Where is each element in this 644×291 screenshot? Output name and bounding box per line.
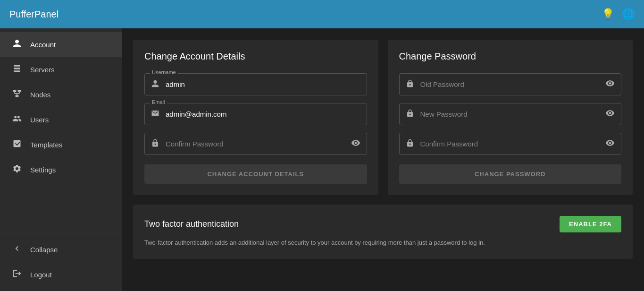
two-factor-card: Two factor authentication ENABLE 2FA Two… <box>133 205 633 259</box>
sidebar-item-templates-label: Templates <box>30 141 62 149</box>
password-fields: CHANGE PASSWORD <box>399 73 622 184</box>
sidebar-bottom: Collapse Logout <box>0 233 122 291</box>
app-title: PufferPanel <box>9 9 59 20</box>
two-factor-header: Two factor authentication ENABLE 2FA <box>144 216 621 232</box>
email-icon <box>151 109 159 120</box>
username-field-wrapper: Username <box>144 73 367 95</box>
collapse-icon <box>11 244 23 256</box>
servers-icon <box>11 64 23 76</box>
svg-rect-0 <box>13 90 17 92</box>
old-password-wrapper <box>399 73 622 95</box>
password-confirm-lock-icon <box>406 139 414 149</box>
change-account-button[interactable]: CHANGE ACCOUNT DETAILS <box>144 164 367 184</box>
new-password-input[interactable] <box>399 103 622 125</box>
change-account-card: Change Account Details Username Email <box>133 40 378 195</box>
person-icon <box>11 39 23 51</box>
password-confirm-eye-icon[interactable] <box>605 138 615 150</box>
layout: Account Servers Nodes Users <box>0 28 644 291</box>
sidebar-item-account-label: Account <box>30 41 56 49</box>
main-content: Change Account Details Username Email <box>122 28 644 291</box>
enable-2fa-button[interactable]: ENABLE 2FA <box>560 216 621 232</box>
logout-icon <box>11 269 23 281</box>
sidebar-collapse-label: Collapse <box>30 246 58 254</box>
email-label: Email <box>150 99 167 105</box>
username-label: Username <box>150 69 178 75</box>
username-input[interactable] <box>144 73 367 95</box>
email-field-wrapper: Email <box>144 103 367 125</box>
nodes-icon <box>11 89 23 101</box>
topbar-icons: 💡 🌐 <box>602 8 635 20</box>
sidebar-item-logout[interactable]: Logout <box>0 262 122 287</box>
settings-icon <box>11 164 23 176</box>
old-password-lock-icon <box>406 79 414 90</box>
account-confirm-password-wrapper <box>144 133 367 155</box>
sidebar-item-account[interactable]: Account <box>0 32 122 57</box>
account-confirm-eye-icon[interactable] <box>351 138 360 150</box>
new-password-eye-icon[interactable] <box>605 108 615 120</box>
sidebar-logout-label: Logout <box>30 271 52 279</box>
change-password-card: Change Password <box>388 40 633 195</box>
account-confirm-password-input[interactable] <box>144 133 367 155</box>
svg-rect-1 <box>18 90 21 92</box>
sidebar-item-servers-label: Servers <box>30 66 55 74</box>
two-factor-title: Two factor authentication <box>144 219 239 229</box>
sidebar-item-collapse[interactable]: Collapse <box>0 237 122 262</box>
sidebar-item-settings-label: Settings <box>30 166 56 174</box>
sidebar-item-users-label: Users <box>30 116 49 124</box>
sidebar-item-nodes-label: Nodes <box>30 91 50 99</box>
sidebar-item-nodes[interactable]: Nodes <box>0 82 122 107</box>
change-password-title: Change Password <box>399 51 622 62</box>
sidebar-item-settings[interactable]: Settings <box>0 157 122 182</box>
username-person-icon <box>151 79 159 90</box>
globe-icon[interactable]: 🌐 <box>622 8 635 20</box>
sidebar: Account Servers Nodes Users <box>0 28 122 291</box>
change-account-title: Change Account Details <box>144 51 367 62</box>
account-fields: Username Email <box>144 73 367 184</box>
topbar: PufferPanel 💡 🌐 <box>0 0 644 28</box>
change-password-button[interactable]: CHANGE PASSWORD <box>399 164 622 184</box>
email-input[interactable] <box>144 103 367 125</box>
users-icon <box>11 114 23 126</box>
new-password-lock-icon <box>406 109 414 120</box>
password-confirm-wrapper <box>399 133 622 155</box>
templates-icon <box>11 139 23 151</box>
account-confirm-lock-icon <box>151 139 159 149</box>
sidebar-nav: Account Servers Nodes Users <box>0 28 122 233</box>
old-password-eye-icon[interactable] <box>605 78 615 90</box>
old-password-input[interactable] <box>399 73 622 95</box>
sidebar-item-templates[interactable]: Templates <box>0 132 122 157</box>
sidebar-item-users[interactable]: Users <box>0 107 122 132</box>
two-factor-description: Two-factor authentication adds an additi… <box>144 238 621 248</box>
svg-rect-2 <box>16 95 19 97</box>
cards-row: Change Account Details Username Email <box>133 40 633 195</box>
new-password-wrapper <box>399 103 622 125</box>
lightbulb-icon[interactable]: 💡 <box>602 8 614 20</box>
sidebar-item-servers[interactable]: Servers <box>0 57 122 82</box>
password-confirm-input[interactable] <box>399 133 622 155</box>
